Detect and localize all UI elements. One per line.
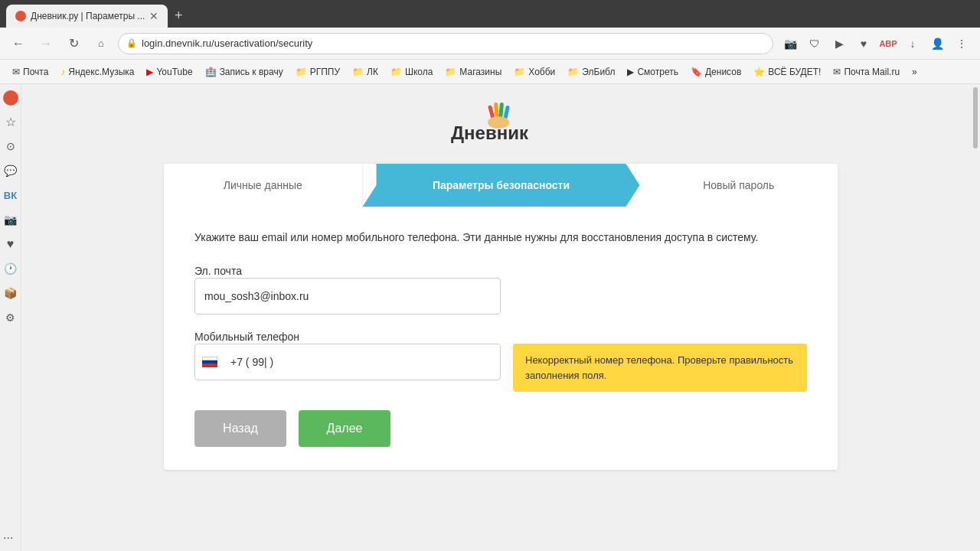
adblock-icon[interactable]: ABP <box>877 33 899 54</box>
error-text: Некорректный номер телефона. Проверьте п… <box>525 354 793 381</box>
sidebar-instagram-icon[interactable]: 📷 <box>2 211 19 228</box>
sidebar-messenger-icon[interactable]: 💬 <box>2 162 19 179</box>
address-bar[interactable]: 🔒 login.dnevnik.ru/useractivation/securi… <box>118 33 773 54</box>
phone-input-container <box>194 344 501 380</box>
step-security[interactable]: Параметры безопасности <box>363 164 640 207</box>
sidebar-heart-icon[interactable]: ♥ <box>2 236 19 253</box>
folder-icon: 📁 <box>352 67 364 77</box>
bookmark-mail-ru[interactable]: ✉ Почта Mail.ru <box>828 65 904 79</box>
wizard-steps: Личные данные Параметры безопасности Нов… <box>164 164 838 207</box>
home-button[interactable]: ⌂ <box>90 33 112 54</box>
play-icon[interactable]: ▶ <box>828 33 850 54</box>
shield-icon[interactable]: 🛡 <box>804 33 825 54</box>
bookmark-elbib[interactable]: 📁 ЭлБибл <box>563 65 619 79</box>
phone-flag <box>202 357 217 367</box>
sidebar-settings-icon[interactable]: ⚙ <box>2 309 19 326</box>
sidebar-box-icon[interactable]: 📦 <box>2 285 19 302</box>
tab-favicon <box>15 11 26 21</box>
bookmark-label: Хобби <box>528 67 555 77</box>
bookmark-label: Почта Mail.ru <box>844 67 900 77</box>
bookmark-shkola[interactable]: 📁 Школа <box>386 65 437 79</box>
bookmark-vse-budet[interactable]: ⭐ ВСЁ БУДЕТ! <box>749 65 825 79</box>
folder-icon: 📁 <box>390 67 402 77</box>
back-button[interactable]: Назад <box>194 410 286 447</box>
step-personal[interactable]: Личные данные <box>164 164 363 207</box>
bookmark-rgppu[interactable]: 📁 РГППУ <box>291 65 345 79</box>
bookmark-magaziny[interactable]: 📁 Магазины <box>440 65 506 79</box>
bookmark-label: Яндекс.Музыка <box>68 67 134 77</box>
phone-error-tooltip: Некорректный номер телефона. Проверьте п… <box>513 344 807 392</box>
browser-chrome: Дневник.ру | Параметры ... ✕ + ← → ↻ ⌂ 🔒… <box>0 0 980 84</box>
wizard-form-content: Укажите ваш email или номер мобильного т… <box>164 207 838 470</box>
lock-icon: 🔒 <box>126 38 137 48</box>
smotret-icon: ▶ <box>627 67 634 77</box>
active-tab[interactable]: Дневник.ру | Параметры ... ✕ <box>6 5 168 28</box>
back-button[interactable]: ← <box>8 33 29 54</box>
next-button[interactable]: Далее <box>299 410 390 447</box>
bookmark-vrach[interactable]: 🏥 Запись к врачу <box>201 65 288 79</box>
bookmark-label: ЭлБибл <box>582 67 615 77</box>
phone-label: Мобильный телефон <box>194 331 299 343</box>
bookmarks-bar: ✉ Почта ♪ Яндекс.Музыка ▶ YouTube 🏥 Запи… <box>0 60 980 84</box>
phone-field-group: Мобильный телефон <box>194 330 807 392</box>
forward-button[interactable]: → <box>35 33 57 54</box>
camera-icon[interactable]: 📷 <box>779 33 801 54</box>
bookmark-pochta[interactable]: ✉ Почта <box>8 65 53 79</box>
bookmark-youtube[interactable]: ▶ YouTube <box>142 65 197 79</box>
russia-flag <box>202 357 217 367</box>
email-label: Эл. почта <box>194 265 242 277</box>
left-sidebar: ☆ ⊙ 💬 ВК 📷 ♥ 🕐 📦 ⚙ ··· <box>0 84 21 551</box>
bookmark-label: РГППУ <box>310 67 340 77</box>
bookmark-label: ЛК <box>367 67 378 77</box>
wizard-container: Личные данные Параметры безопасности Нов… <box>164 164 838 470</box>
folder-icon: 📁 <box>514 67 525 77</box>
bookmarks-more[interactable]: » <box>907 65 922 79</box>
denisov-icon: 🔖 <box>691 67 702 77</box>
reload-button[interactable]: ↻ <box>63 33 84 54</box>
scrollbar-thumb[interactable] <box>973 87 978 148</box>
logo-area: Дневник <box>439 99 562 148</box>
main-content: Дневник Личные данные Параметры безопасн… <box>21 84 980 551</box>
vrach-icon: 🏥 <box>205 67 217 77</box>
bookmark-yandex-music[interactable]: ♪ Яндекс.Музыка <box>56 65 139 79</box>
email-field-group: Эл. почта <box>194 264 807 315</box>
bookmark-label: Запись к врачу <box>220 67 283 77</box>
svg-text:Дневник: Дневник <box>451 122 529 143</box>
bookmark-hobbi[interactable]: 📁 Хобби <box>509 65 560 79</box>
heart-icon[interactable]: ♥ <box>853 33 874 54</box>
email-input[interactable] <box>194 278 501 315</box>
bookmark-denisov[interactable]: 🔖 Денисов <box>686 65 746 79</box>
sidebar-bookmarks-icon[interactable]: ☆ <box>2 113 19 130</box>
mailru-icon: ✉ <box>833 67 841 77</box>
bookmark-smotret[interactable]: ▶ Смотреть <box>622 65 683 79</box>
sidebar-more-dots[interactable]: ··· <box>3 531 13 545</box>
download-icon[interactable]: ↓ <box>902 33 923 54</box>
step-password[interactable]: Новый пароль <box>639 164 838 207</box>
tab-title: Дневник.ру | Параметры ... <box>31 11 145 21</box>
phone-input[interactable] <box>194 344 501 380</box>
sidebar-history-icon[interactable]: ⊙ <box>2 138 19 155</box>
folder-icon: 📁 <box>296 67 307 77</box>
bookmark-label: Школа <box>405 67 433 77</box>
tab-close-button[interactable]: ✕ <box>149 10 158 22</box>
new-tab-button[interactable]: + <box>168 5 189 26</box>
vsebudet-icon: ⭐ <box>753 67 765 77</box>
account-icon[interactable]: 👤 <box>926 33 948 54</box>
menu-icon[interactable]: ⋮ <box>951 33 972 54</box>
page-container: Дневник Личные данные Параметры безопасн… <box>156 99 845 536</box>
bookmark-label: ВСЁ БУДЕТ! <box>768 67 821 77</box>
description-text: Укажите ваш email или номер мобильного т… <box>194 230 807 246</box>
step-security-label: Параметры безопасности <box>433 179 570 191</box>
sidebar-opera-icon[interactable] <box>3 90 18 106</box>
scrollbar[interactable] <box>971 84 980 551</box>
sidebar-clock-icon[interactable]: 🕐 <box>2 260 19 277</box>
folder-icon: 📁 <box>567 67 579 77</box>
buttons-row: Назад Далее <box>194 410 807 447</box>
bookmark-lk[interactable]: 📁 ЛК <box>348 65 383 79</box>
sidebar-vk-icon[interactable]: ВК <box>2 187 19 204</box>
dnevnik-logo: Дневник <box>439 99 562 145</box>
bookmark-label: Смотреть <box>637 67 678 77</box>
nav-bar: ← → ↻ ⌂ 🔒 login.dnevnik.ru/useractivatio… <box>0 28 980 60</box>
tab-bar: Дневник.ру | Параметры ... ✕ + <box>0 0 980 28</box>
more-icon: » <box>912 67 917 77</box>
